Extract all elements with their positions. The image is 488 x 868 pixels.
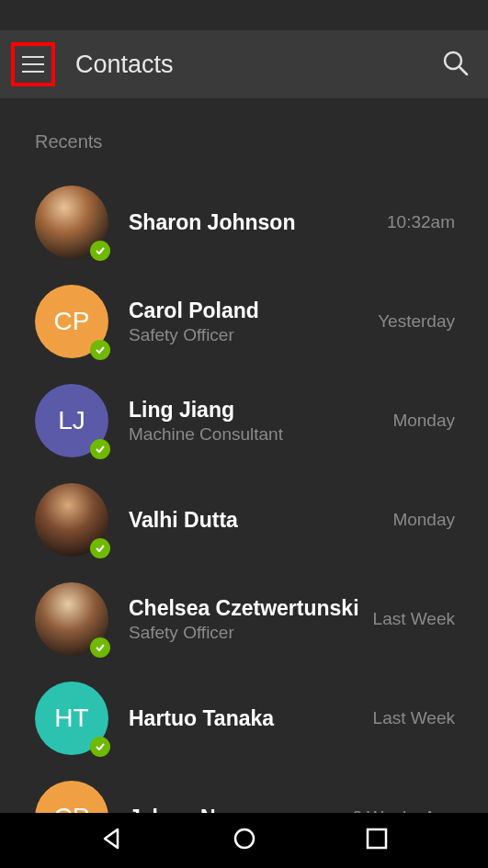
contact-time: Last Week: [373, 708, 455, 728]
presence-available-icon: [90, 340, 110, 360]
status-bar: [0, 0, 488, 30]
presence-available-icon: [90, 241, 110, 261]
contact-subtitle: Safety Officer: [129, 623, 364, 643]
contact-name: Chelsea Czetwertunski: [129, 596, 364, 621]
contact-name: Ling Jiang: [129, 398, 383, 423]
contact-subtitle: Machine Consultant: [129, 424, 383, 445]
presence-available-icon: [90, 737, 110, 757]
home-icon[interactable]: [232, 826, 257, 855]
contact-list: Sharon Johnson10:32amCPCarol PolandSafet…: [0, 173, 488, 867]
presence-available-icon: [90, 439, 110, 459]
contact-time: Last Week: [373, 609, 455, 629]
android-nav-bar: [0, 813, 488, 868]
presence-available-icon: [90, 538, 110, 558]
page-title: Contacts: [75, 51, 440, 79]
contact-time: 10:32am: [387, 212, 455, 232]
hamburger-icon[interactable]: [11, 42, 55, 86]
contact-row[interactable]: Chelsea CzetwertunskiSafety OfficerLast …: [35, 569, 488, 669]
svg-line-1: [460, 67, 467, 74]
contact-row[interactable]: LJLing JiangMachine ConsultantMonday: [35, 371, 488, 470]
recent-icon[interactable]: [365, 827, 389, 854]
app-header: Contacts: [0, 30, 488, 98]
svg-point-2: [235, 829, 254, 848]
avatar: LJ: [35, 384, 108, 457]
section-label-recents: Recents: [0, 98, 488, 173]
contact-name: Valhi Dutta: [129, 508, 383, 533]
back-icon[interactable]: [99, 826, 125, 855]
contact-subtitle: Safety Officer: [129, 325, 369, 345]
svg-rect-3: [368, 829, 386, 848]
contact-row[interactable]: Valhi DuttaMonday: [35, 470, 488, 569]
contact-name: Hartuo Tanaka: [129, 706, 364, 731]
search-icon[interactable]: [440, 48, 470, 81]
presence-available-icon: [90, 637, 110, 658]
avatar: HT: [35, 682, 108, 755]
contact-time: Yesterday: [378, 311, 455, 332]
contact-name: Sharon Johnson: [129, 210, 378, 235]
contact-name: Carol Poland: [129, 299, 369, 323]
contact-row[interactable]: HTHartuo TanakaLast Week: [35, 669, 488, 768]
avatar: [35, 186, 108, 259]
avatar: [35, 582, 108, 656]
contact-time: Monday: [392, 411, 455, 431]
contact-row[interactable]: Sharon Johnson10:32am: [35, 173, 488, 272]
contact-time: Monday: [392, 510, 455, 530]
avatar: [35, 483, 108, 557]
contact-row[interactable]: CPCarol PolandSafety OfficerYesterday: [35, 272, 488, 371]
avatar: CP: [35, 285, 108, 358]
